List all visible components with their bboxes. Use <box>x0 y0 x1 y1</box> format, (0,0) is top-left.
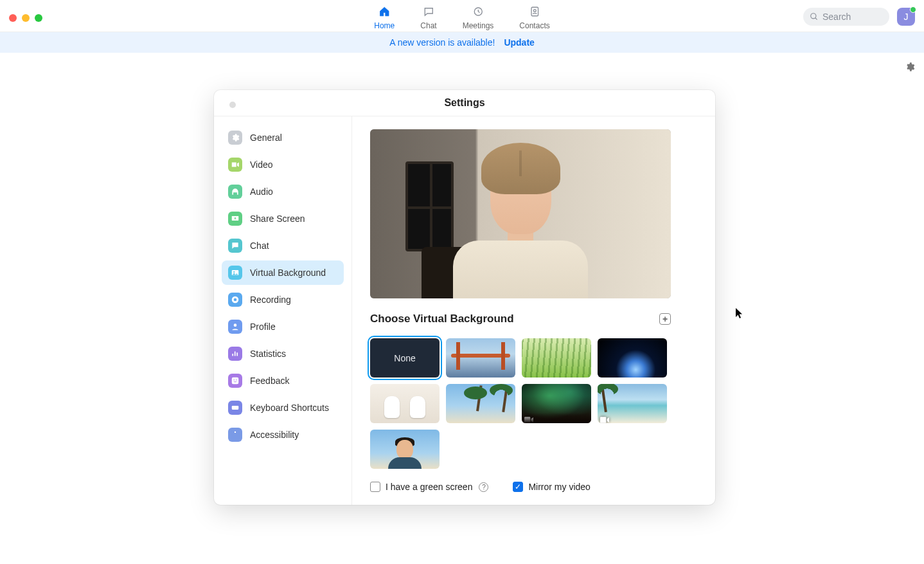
sidebar-item-label: General <box>250 132 282 143</box>
sidebar-item-label: Virtual Background <box>250 268 326 278</box>
video-icon <box>600 414 609 421</box>
profile-avatar[interactable]: J <box>897 8 915 26</box>
svg-point-10 <box>234 323 237 327</box>
share-icon <box>228 212 242 226</box>
nav-tab-label: Contacts <box>519 21 549 30</box>
mirror-video-checkbox[interactable]: Mirror my video <box>513 482 590 492</box>
search-icon <box>810 12 819 21</box>
background-option-beach[interactable] <box>598 384 667 423</box>
settings-sidebar: General Video Audio Share Screen Chat Vi… <box>214 116 352 505</box>
video-preview <box>370 129 671 298</box>
svg-point-13 <box>236 379 237 381</box>
sidebar-item-label: Share Screen <box>250 214 305 224</box>
video-icon <box>228 158 242 172</box>
nav-tab-label: Meetings <box>463 21 494 30</box>
background-option-palm1[interactable] <box>446 384 515 423</box>
main-nav: Home Chat Meetings Contacts <box>374 2 549 30</box>
minimize-window-button[interactable] <box>22 14 30 22</box>
nav-tab-contacts[interactable]: Contacts <box>519 2 549 30</box>
chat-icon <box>228 239 242 253</box>
video-icon <box>524 414 533 421</box>
sidebar-item-label: Feedback <box>250 376 289 386</box>
gear-icon <box>228 131 242 145</box>
sidebar-item-label: Keyboard Shortcuts <box>250 403 329 413</box>
window-controls <box>9 14 42 22</box>
svg-point-3 <box>811 14 816 19</box>
sidebar-item-chat[interactable]: Chat <box>222 233 344 258</box>
nav-tab-label: Home <box>374 21 395 30</box>
background-option-person[interactable] <box>370 430 440 469</box>
checkbox-box <box>370 482 380 492</box>
add-background-button[interactable]: + <box>659 313 671 325</box>
sidebar-item-share-screen[interactable]: Share Screen <box>222 206 344 231</box>
home-icon <box>378 6 391 19</box>
background-option-astro[interactable] <box>370 384 440 423</box>
sidebar-item-label: Video <box>250 159 273 170</box>
thumb-label: None <box>394 353 415 363</box>
sidebar-item-statistics[interactable]: Statistics <box>222 341 344 366</box>
headphones-icon <box>228 185 242 199</box>
modal-close-button[interactable] <box>229 102 236 108</box>
svg-point-12 <box>233 379 235 381</box>
svg-point-15 <box>235 432 236 433</box>
chat-icon <box>422 6 435 19</box>
image-icon <box>228 266 242 280</box>
background-option-none[interactable]: None <box>370 338 440 378</box>
contacts-icon <box>528 6 541 19</box>
update-banner: A new version is available! Update <box>0 32 924 53</box>
sidebar-item-label: Statistics <box>250 349 286 359</box>
checkbox-label: I have a green screen <box>386 482 472 492</box>
background-option-earth[interactable] <box>598 338 667 378</box>
background-option-bridge[interactable] <box>446 338 515 378</box>
accessibility-icon <box>228 428 242 442</box>
smile-icon <box>228 374 242 388</box>
update-banner-text: A new version is available! <box>389 37 495 48</box>
record-icon <box>228 293 242 307</box>
close-window-button[interactable] <box>9 14 17 22</box>
help-icon[interactable]: ? <box>479 482 488 492</box>
sidebar-item-recording[interactable]: Recording <box>222 287 344 312</box>
search-input[interactable]: Search <box>803 8 889 26</box>
svg-rect-11 <box>232 378 239 385</box>
sidebar-item-audio[interactable]: Audio <box>222 179 344 204</box>
sidebar-item-label: Recording <box>250 295 291 305</box>
nav-tab-label: Chat <box>420 21 436 30</box>
avatar-initial: J <box>904 12 909 22</box>
meetings-icon <box>472 6 484 19</box>
nav-tab-chat[interactable]: Chat <box>420 2 436 30</box>
checkbox-label: Mirror my video <box>528 482 590 492</box>
background-option-aurora[interactable] <box>522 384 591 423</box>
title-bar: Home Chat Meetings Contacts Search J <box>0 0 924 32</box>
person-icon <box>228 320 242 334</box>
mouse-cursor <box>735 307 744 322</box>
settings-modal: Settings General Video Audio Share Scree… <box>214 90 715 505</box>
background-option-grass[interactable] <box>522 338 591 378</box>
nav-tab-home[interactable]: Home <box>374 2 395 30</box>
update-link[interactable]: Update <box>504 37 534 48</box>
sidebar-item-feedback[interactable]: Feedback <box>222 368 344 393</box>
sidebar-item-label: Audio <box>250 186 273 197</box>
stats-icon <box>228 347 242 361</box>
sidebar-item-label: Accessibility <box>250 430 299 440</box>
svg-point-7 <box>233 271 235 273</box>
svg-point-2 <box>533 9 536 12</box>
sidebar-item-accessibility[interactable]: Accessibility <box>222 423 344 447</box>
sidebar-item-label: Profile <box>250 322 276 332</box>
sidebar-item-keyboard-shortcuts[interactable]: Keyboard Shortcuts <box>222 396 344 420</box>
background-grid: None <box>370 338 679 469</box>
sidebar-item-general[interactable]: General <box>222 125 344 150</box>
modal-title: Settings <box>444 97 484 109</box>
zoom-window-button[interactable] <box>35 14 42 22</box>
svg-rect-14 <box>232 406 239 410</box>
checkbox-box <box>513 482 523 492</box>
svg-point-9 <box>234 298 237 302</box>
nav-tab-meetings[interactable]: Meetings <box>463 2 494 30</box>
green-screen-checkbox[interactable]: I have a green screen ? <box>370 482 488 492</box>
settings-gear-icon[interactable] <box>905 62 915 75</box>
keyboard-icon <box>228 401 242 415</box>
sidebar-item-virtual-background[interactable]: Virtual Background <box>222 260 344 285</box>
sidebar-item-video[interactable]: Video <box>222 152 344 177</box>
settings-content: Choose Virtual Background + None I have … <box>352 116 715 505</box>
search-placeholder: Search <box>822 12 851 22</box>
sidebar-item-profile[interactable]: Profile <box>222 314 344 339</box>
